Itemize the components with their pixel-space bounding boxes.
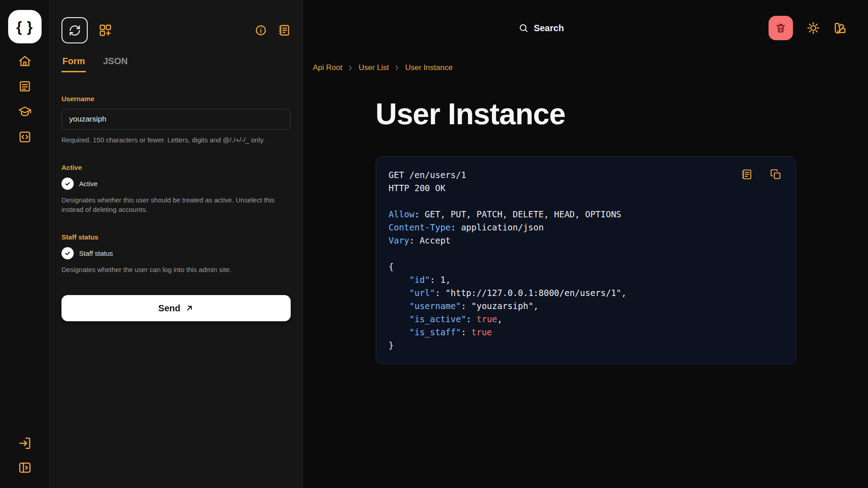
send-button[interactable]: Send — [61, 295, 291, 321]
search-wrap: Search — [314, 23, 769, 33]
theme-toggle-icon[interactable] — [807, 21, 820, 35]
breadcrumb-user-instance[interactable]: User Instance — [405, 63, 453, 72]
breadcrumb: Api Root User List User Instance — [303, 63, 868, 72]
panel-tabs: Form JSON — [61, 56, 291, 72]
grid-add-icon[interactable] — [99, 23, 112, 37]
log-icon[interactable] — [278, 24, 291, 37]
home-icon[interactable] — [18, 54, 32, 68]
check-icon — [64, 180, 71, 187]
search-button[interactable]: Search — [519, 23, 564, 33]
delete-button[interactable] — [769, 16, 793, 40]
main-header: Search — [303, 15, 868, 41]
staff-label: Staff status — [61, 233, 291, 241]
app-logo[interactable]: { } — [8, 10, 42, 43]
active-label: Active — [61, 164, 291, 171]
api-reference-icon[interactable] — [18, 130, 32, 144]
send-label: Send — [158, 303, 180, 314]
search-icon — [519, 23, 528, 33]
tab-form[interactable]: Form — [61, 56, 86, 72]
rail-bottom — [18, 436, 32, 474]
username-label: Username — [61, 95, 291, 103]
palette-icon[interactable] — [834, 21, 847, 35]
chevron-right-icon — [393, 64, 401, 71]
login-icon[interactable] — [18, 436, 32, 450]
search-label: Search — [534, 23, 564, 33]
staff-checkbox-row[interactable]: Staff status — [61, 247, 291, 259]
active-field: Active Active Designates whether this us… — [61, 164, 291, 214]
rail-nav — [18, 54, 32, 144]
refresh-button[interactable] — [61, 17, 88, 43]
collapse-sidebar-icon[interactable] — [18, 461, 32, 474]
refresh-icon — [69, 24, 81, 37]
learn-icon[interactable] — [18, 105, 32, 118]
page-title: User Instance — [376, 97, 796, 131]
code-content: GET /en/users/1HTTP 200 OK Allow: GET, P… — [389, 169, 783, 352]
active-help: Designates whether this user should be t… — [61, 196, 291, 214]
active-checkbox-row[interactable]: Active — [61, 178, 291, 190]
form-panel: Form JSON Username Required. 150 charact… — [50, 0, 303, 488]
docs-icon[interactable] — [18, 80, 32, 93]
arrow-up-right-icon — [185, 304, 194, 313]
panel-toolbar — [61, 17, 291, 43]
tab-json[interactable]: JSON — [102, 56, 128, 72]
username-help: Required. 150 characters or fewer. Lette… — [61, 136, 291, 145]
trash-icon — [775, 22, 787, 34]
card-icons — [741, 169, 782, 180]
page-content: User Instance GET /en/users/1HTTP 200 OK… — [376, 72, 796, 364]
active-checkbox-label: Active — [79, 180, 98, 188]
staff-checkbox[interactable] — [61, 247, 74, 259]
icon-rail: { } — [0, 0, 50, 488]
header-icons — [769, 16, 847, 40]
info-icon[interactable] — [255, 24, 267, 37]
breadcrumb-api-root[interactable]: Api Root — [313, 63, 342, 72]
app-logo-glyph: { } — [16, 19, 33, 35]
staff-checkbox-label: Staff status — [79, 249, 113, 257]
check-icon — [64, 250, 71, 257]
breadcrumb-user-list[interactable]: User List — [359, 63, 389, 72]
staff-field: Staff status Staff status Designates whe… — [61, 233, 291, 274]
main-content: Search Api Root User List User Insta — [303, 0, 868, 488]
username-field: Username Required. 150 characters or few… — [61, 95, 291, 145]
copy-icon[interactable] — [770, 169, 782, 180]
response-card: GET /en/users/1HTTP 200 OK Allow: GET, P… — [376, 156, 796, 364]
chevron-right-icon — [347, 64, 354, 71]
staff-help: Designates whether the user can log into… — [61, 265, 291, 274]
active-checkbox[interactable] — [61, 178, 74, 190]
username-input[interactable] — [61, 109, 291, 130]
log-icon[interactable] — [741, 169, 753, 180]
